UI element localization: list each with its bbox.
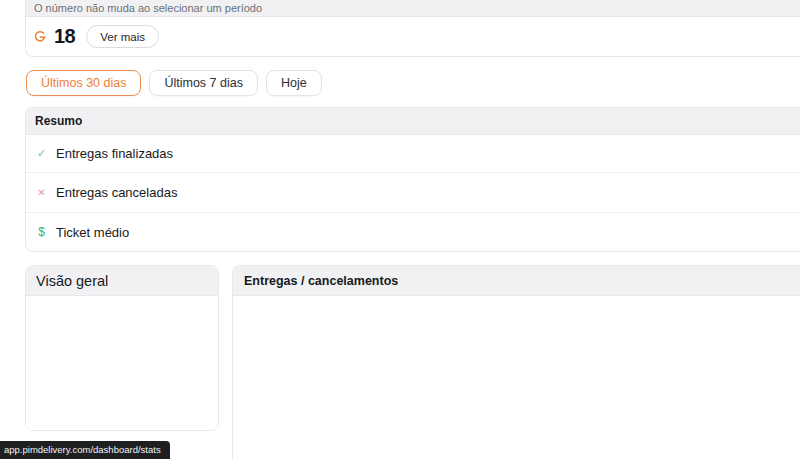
counter-row: 18 Ver mais xyxy=(26,17,800,56)
counter-card: O número não muda ao selecionar um perío… xyxy=(25,0,800,57)
overview-panel: Visão geral xyxy=(25,265,219,431)
overview-panel-body xyxy=(26,296,218,431)
counter-note: O número não muda ao selecionar um perío… xyxy=(26,0,800,17)
summary-row-label: Entregas finalizadas xyxy=(56,146,173,161)
g-ring-icon xyxy=(33,30,47,44)
filter-last-7-days[interactable]: Últimos 7 dias xyxy=(149,70,258,96)
summary-row-finished: ✓ Entregas finalizadas xyxy=(26,135,800,173)
link-status-tooltip: app.pimdelivery.com/dashboard/stats xyxy=(0,441,170,459)
overview-panel-title: Visão geral xyxy=(26,266,218,296)
summary-row-label: Entregas canceladas xyxy=(56,185,177,200)
deliveries-cancellations-panel-body xyxy=(233,296,800,459)
summary-row-cancelled: ✕ Entregas canceladas xyxy=(26,173,800,213)
dollar-icon: $ xyxy=(35,225,48,239)
check-icon: ✓ xyxy=(35,147,48,160)
period-filters: Últimos 30 dias Últimos 7 dias Hoje xyxy=(26,70,322,96)
summary-title: Resumo xyxy=(26,108,800,135)
ver-mais-button[interactable]: Ver mais xyxy=(86,25,159,48)
counter-value: 18 xyxy=(54,25,75,48)
x-icon: ✕ xyxy=(35,187,48,198)
deliveries-cancellations-panel: Entregas / cancelamentos xyxy=(232,265,800,459)
summary-card: Resumo ✓ Entregas finalizadas ✕ Entregas… xyxy=(25,107,800,252)
dashboard-stats-page: O número não muda ao selecionar um perío… xyxy=(0,0,800,459)
deliveries-cancellations-panel-title: Entregas / cancelamentos xyxy=(233,266,800,296)
summary-row-avg-ticket: $ Ticket médio xyxy=(26,213,800,251)
filter-today[interactable]: Hoje xyxy=(266,70,322,96)
summary-row-label: Ticket médio xyxy=(56,225,129,240)
filter-last-30-days[interactable]: Últimos 30 dias xyxy=(26,70,141,96)
